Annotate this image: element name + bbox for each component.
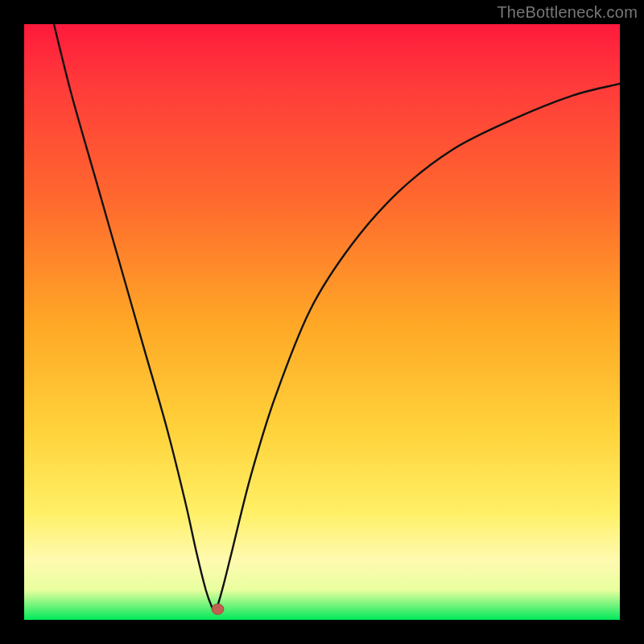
watermark-text: TheBottleneck.com <box>497 3 638 22</box>
bottleneck-curve <box>54 24 620 610</box>
plot-area <box>24 24 620 620</box>
bottleneck-marker <box>212 604 224 614</box>
chart-stage: TheBottleneck.com <box>0 0 644 644</box>
curve-layer <box>24 24 620 620</box>
